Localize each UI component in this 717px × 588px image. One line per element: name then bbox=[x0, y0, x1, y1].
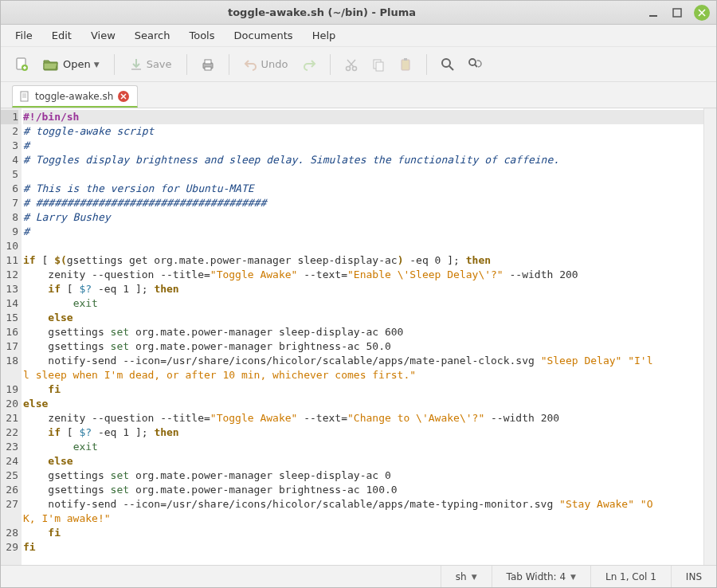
line-number: 6 bbox=[1, 182, 18, 196]
document-tab[interactable]: toggle-awake.sh bbox=[12, 85, 138, 108]
window-titlebar: toggle-awake.sh (~/bin) - Pluma bbox=[1, 1, 716, 25]
vertical-scrollbar[interactable] bbox=[703, 108, 716, 565]
line-number: 23 bbox=[1, 440, 18, 454]
code-line[interactable]: # ##################################### bbox=[23, 196, 703, 210]
line-number: 7 bbox=[1, 196, 18, 210]
code-line[interactable]: zenity --question --title="Toggle Awake"… bbox=[23, 268, 703, 282]
tab-width-selector[interactable]: Tab Width: 4 ▼ bbox=[492, 566, 590, 587]
line-number: 18 bbox=[1, 354, 18, 368]
code-line[interactable]: else bbox=[23, 311, 703, 325]
code-line[interactable]: exit bbox=[23, 440, 703, 454]
line-number: 1 bbox=[1, 110, 18, 124]
save-label: Save bbox=[147, 58, 172, 70]
code-line[interactable]: K, I'm awake!" bbox=[23, 512, 703, 526]
code-line[interactable]: # bbox=[23, 139, 703, 153]
paste-button[interactable] bbox=[394, 53, 417, 76]
code-line[interactable] bbox=[23, 239, 703, 253]
line-number: 17 bbox=[1, 339, 18, 354]
menu-help[interactable]: Help bbox=[304, 26, 344, 45]
chevron-down-icon: ▼ bbox=[472, 573, 477, 581]
code-line[interactable]: l sleep when I'm dead, or after 10 min, … bbox=[23, 368, 703, 382]
find-replace-button[interactable] bbox=[464, 53, 486, 76]
line-number: 24 bbox=[1, 454, 18, 468]
scissors-icon bbox=[344, 57, 358, 72]
code-line[interactable]: # Larry Bushey bbox=[23, 210, 703, 225]
line-number: 2 bbox=[1, 124, 18, 139]
copy-button[interactable] bbox=[367, 53, 390, 76]
window-minimize-button[interactable] bbox=[646, 6, 660, 20]
code-line[interactable]: if [ $? -eq 1 ]; then bbox=[23, 282, 703, 296]
line-number: 20 bbox=[1, 397, 18, 411]
code-line[interactable]: exit bbox=[23, 296, 703, 311]
paste-icon bbox=[398, 57, 413, 72]
new-file-button[interactable] bbox=[10, 53, 33, 76]
menu-tools[interactable]: Tools bbox=[181, 26, 222, 45]
copy-icon bbox=[371, 57, 386, 72]
window-close-button[interactable] bbox=[694, 5, 710, 21]
code-line[interactable]: gsettings set org.mate.power-manager bri… bbox=[23, 483, 703, 497]
menu-search[interactable]: Search bbox=[127, 26, 178, 45]
code-line[interactable]: notify-send --icon=/usr/share/icons/hico… bbox=[23, 354, 703, 368]
line-number: 14 bbox=[1, 296, 18, 311]
menu-file[interactable]: File bbox=[7, 26, 41, 45]
redo-icon bbox=[302, 57, 316, 72]
menu-edit[interactable]: Edit bbox=[44, 26, 80, 45]
language-label: sh bbox=[456, 571, 467, 582]
insert-mode-indicator[interactable]: INS bbox=[671, 566, 716, 587]
line-number: 29 bbox=[1, 540, 18, 555]
code-line[interactable]: gsettings set org.mate.power-manager sle… bbox=[23, 325, 703, 339]
tab-close-button[interactable] bbox=[118, 91, 129, 102]
code-line[interactable]: fi bbox=[23, 526, 703, 540]
code-line[interactable]: if [ $? -eq 1 ]; then bbox=[23, 425, 703, 440]
code-line[interactable]: notify-send --icon=/usr/share/icons/hico… bbox=[23, 497, 703, 512]
tab-width-label: Tab Width: 4 bbox=[507, 571, 566, 582]
language-selector[interactable]: sh ▼ bbox=[441, 566, 492, 587]
open-button[interactable]: Open ▼ bbox=[37, 55, 104, 74]
redo-button[interactable] bbox=[298, 53, 320, 76]
code-line[interactable]: else bbox=[23, 454, 703, 468]
save-button[interactable]: Save bbox=[124, 56, 177, 73]
tab-label: toggle-awake.sh bbox=[35, 91, 113, 102]
line-number: 5 bbox=[1, 167, 18, 182]
code-line[interactable]: gsettings set org.mate.power-manager sle… bbox=[23, 468, 703, 483]
code-line[interactable]: # This is the version for Ubuntu-MATE bbox=[23, 182, 703, 196]
code-line[interactable]: zenity --question --title="Toggle Awake"… bbox=[23, 411, 703, 425]
line-number-gutter: 1234567891011121314151617181920212223242… bbox=[1, 108, 22, 565]
code-line[interactable]: if [ $(gsettings get org.mate.power-mana… bbox=[23, 253, 703, 268]
menu-documents[interactable]: Documents bbox=[226, 26, 301, 45]
undo-button[interactable]: Undo bbox=[239, 56, 293, 73]
cut-button[interactable] bbox=[340, 53, 362, 76]
svg-rect-0 bbox=[649, 15, 657, 17]
code-line[interactable]: # toggle-awake script bbox=[23, 124, 703, 139]
find-button[interactable] bbox=[437, 53, 459, 76]
cursor-position: Ln 1, Col 1 bbox=[590, 566, 671, 587]
code-line[interactable]: gsettings set org.mate.power-manager bri… bbox=[23, 339, 703, 354]
print-button[interactable] bbox=[197, 53, 219, 76]
code-line[interactable]: fi bbox=[23, 540, 703, 555]
toolbar-separator bbox=[330, 54, 331, 75]
window-maximize-button[interactable] bbox=[670, 6, 684, 20]
search-icon bbox=[441, 57, 455, 72]
line-number: 26 bbox=[1, 483, 18, 497]
window-title: toggle-awake.sh (~/bin) - Pluma bbox=[7, 6, 637, 18]
line-number: 11 bbox=[1, 253, 18, 268]
code-line[interactable] bbox=[23, 167, 703, 182]
code-area[interactable]: #!/bin/sh# toggle-awake script## Toggles… bbox=[22, 108, 703, 565]
undo-icon bbox=[244, 57, 258, 72]
line-number bbox=[1, 512, 18, 526]
find-replace-icon bbox=[468, 57, 482, 72]
code-line[interactable]: else bbox=[23, 397, 703, 411]
editor: 1234567891011121314151617181920212223242… bbox=[1, 108, 716, 565]
tab-bar: toggle-awake.sh bbox=[1, 82, 716, 108]
code-line[interactable]: # Toggles display brightness and sleep d… bbox=[23, 153, 703, 167]
svg-rect-12 bbox=[402, 60, 409, 70]
code-line[interactable]: #!/bin/sh bbox=[23, 110, 703, 124]
status-bar: sh ▼ Tab Width: 4 ▼ Ln 1, Col 1 INS bbox=[1, 565, 716, 587]
menu-view[interactable]: View bbox=[83, 26, 123, 45]
save-icon bbox=[129, 57, 143, 72]
code-line[interactable]: # bbox=[23, 225, 703, 239]
line-number bbox=[1, 368, 18, 382]
code-line[interactable]: fi bbox=[23, 382, 703, 397]
toolbar: Open ▼ Save Undo bbox=[1, 47, 716, 82]
line-number: 19 bbox=[1, 382, 18, 397]
